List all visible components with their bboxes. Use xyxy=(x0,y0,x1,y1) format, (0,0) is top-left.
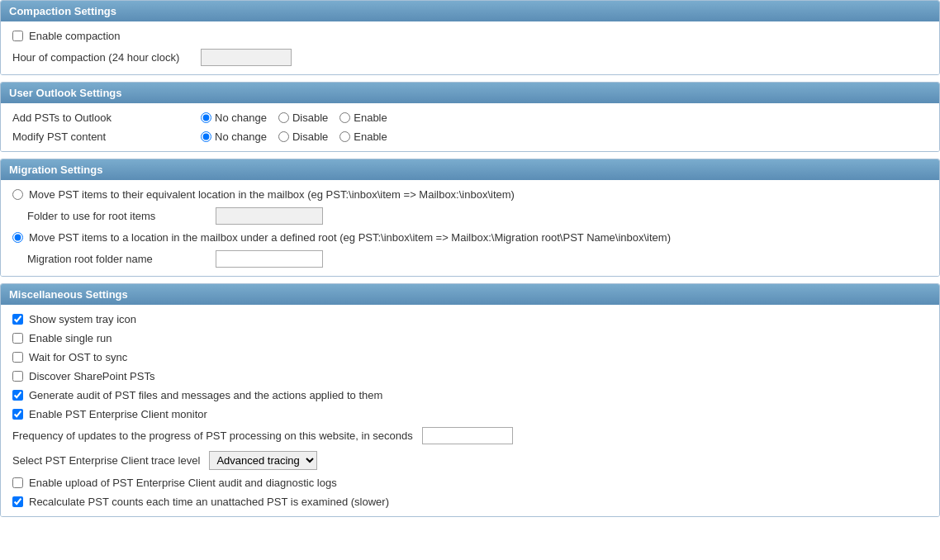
modify-disable-radio[interactable] xyxy=(278,131,289,142)
add-psts-enable-label: Enable xyxy=(354,112,387,124)
enable-monitor-checkbox[interactable] xyxy=(12,409,23,420)
migration-option2-radio[interactable] xyxy=(12,232,23,243)
frequency-row: Frequency of updates to the progress of … xyxy=(12,427,928,444)
show-tray-row: Show system tray icon xyxy=(12,313,928,325)
show-tray-checkbox[interactable] xyxy=(12,314,23,325)
migration-option2-row: Move PST items to a location in the mail… xyxy=(12,231,928,244)
add-psts-no-change-label: No change xyxy=(215,112,267,124)
modify-enable: Enable xyxy=(339,131,387,143)
migration-root-label: Migration root folder name xyxy=(27,253,209,265)
enable-compaction-checkbox[interactable] xyxy=(12,31,23,41)
modify-pst-radio-group: No change Disable Enable xyxy=(201,131,387,143)
add-psts-label: Add PSTs to Outlook xyxy=(12,112,194,124)
add-psts-radio-group: No change Disable Enable xyxy=(201,112,387,124)
enable-upload-row: Enable upload of PST Enterprise Client a… xyxy=(12,477,928,489)
single-run-checkbox[interactable] xyxy=(12,333,23,344)
modify-no-change: No change xyxy=(201,131,267,143)
folder-root-row: Folder to use for root items PST Root It… xyxy=(27,207,928,225)
frequency-label: Frequency of updates to the progress of … xyxy=(12,429,413,442)
hour-compaction-label: Hour of compaction (24 hour clock) xyxy=(12,51,194,64)
enable-compaction-row: Enable compaction xyxy=(12,30,928,42)
recalculate-row: Recalculate PST counts each time an unat… xyxy=(12,496,928,508)
migration-body: Move PST items to their equivalent locat… xyxy=(1,180,939,276)
discover-sharepoint-label: Discover SharePoint PSTs xyxy=(29,370,154,382)
add-psts-row: Add PSTs to Outlook No change Disable En… xyxy=(12,112,928,124)
generate-audit-row: Generate audit of PST files and messages… xyxy=(12,389,928,401)
recalculate-label: Recalculate PST counts each time an unat… xyxy=(29,496,389,508)
discover-sharepoint-checkbox[interactable] xyxy=(12,371,23,382)
migration-section: Migration Settings Move PST items to the… xyxy=(0,159,940,277)
misc-body: Show system tray icon Enable single run … xyxy=(1,305,939,516)
compaction-body: Enable compaction Hour of compaction (24… xyxy=(1,21,939,74)
single-run-row: Enable single run xyxy=(12,332,928,344)
folder-root-label: Folder to use for root items xyxy=(27,210,209,222)
modify-no-change-label: No change xyxy=(215,131,267,143)
wait-ost-row: Wait for OST to sync xyxy=(12,351,928,363)
add-psts-disable-label: Disable xyxy=(292,112,328,124)
show-tray-label: Show system tray icon xyxy=(29,313,136,325)
modify-disable: Disable xyxy=(278,131,328,143)
enable-monitor-label: Enable PST Enterprise Client monitor xyxy=(29,408,207,420)
misc-header: Miscellaneous Settings xyxy=(1,284,939,305)
wait-ost-checkbox[interactable] xyxy=(12,352,23,363)
add-psts-enable: Enable xyxy=(339,112,387,124)
modify-pst-label: Modify PST content xyxy=(12,131,194,143)
outlook-section: User Outlook Settings Add PSTs to Outloo… xyxy=(0,82,940,152)
hour-compaction-input[interactable]: 3 xyxy=(201,49,292,66)
add-psts-enable-radio[interactable] xyxy=(339,112,350,123)
modify-no-change-radio[interactable] xyxy=(201,131,211,142)
add-psts-no-change-radio[interactable] xyxy=(201,112,211,123)
recalculate-checkbox[interactable] xyxy=(12,496,23,507)
migration-option2-label: Move PST items to a location in the mail… xyxy=(29,231,671,244)
enable-upload-label: Enable upload of PST Enterprise Client a… xyxy=(29,477,337,489)
migration-root-row: Migration root folder name Migrated PSTs xyxy=(27,250,928,268)
enable-compaction-label: Enable compaction xyxy=(29,30,121,42)
modify-enable-radio[interactable] xyxy=(339,131,350,142)
trace-label: Select PST Enterprise Client trace level xyxy=(12,454,200,467)
modify-disable-label: Disable xyxy=(292,131,328,143)
modify-pst-row: Modify PST content No change Disable Ena… xyxy=(12,131,928,143)
migration-option1-label: Move PST items to their equivalent locat… xyxy=(29,188,515,201)
enable-upload-checkbox[interactable] xyxy=(12,477,23,488)
add-psts-disable-radio[interactable] xyxy=(278,112,289,123)
discover-sharepoint-row: Discover SharePoint PSTs xyxy=(12,370,928,382)
trace-row: Select PST Enterprise Client trace level… xyxy=(12,451,928,470)
migration-header: Migration Settings xyxy=(1,159,939,180)
migration-option1-row: Move PST items to their equivalent locat… xyxy=(12,188,928,201)
generate-audit-label: Generate audit of PST files and messages… xyxy=(29,389,382,401)
misc-section: Miscellaneous Settings Show system tray … xyxy=(0,283,940,517)
modify-enable-label: Enable xyxy=(354,131,387,143)
migration-root-input[interactable]: Migrated PSTs xyxy=(216,250,323,268)
outlook-header: User Outlook Settings xyxy=(1,83,939,103)
compaction-header: Compaction Settings xyxy=(1,1,939,21)
trace-select[interactable]: Advanced tracing Basic tracing None xyxy=(209,451,317,470)
frequency-input[interactable]: 60 xyxy=(422,427,513,444)
wait-ost-label: Wait for OST to sync xyxy=(29,351,127,363)
add-psts-disable: Disable xyxy=(278,112,328,124)
outlook-body: Add PSTs to Outlook No change Disable En… xyxy=(1,103,939,151)
generate-audit-checkbox[interactable] xyxy=(12,390,23,401)
enable-monitor-row: Enable PST Enterprise Client monitor xyxy=(12,408,928,420)
single-run-label: Enable single run xyxy=(29,332,112,344)
migration-option1-radio[interactable] xyxy=(12,189,23,200)
add-psts-no-change: No change xyxy=(201,112,267,124)
hour-compaction-row: Hour of compaction (24 hour clock) 3 xyxy=(12,49,928,66)
folder-root-input[interactable]: PST Root Items xyxy=(216,207,323,225)
compaction-section: Compaction Settings Enable compaction Ho… xyxy=(0,0,940,75)
